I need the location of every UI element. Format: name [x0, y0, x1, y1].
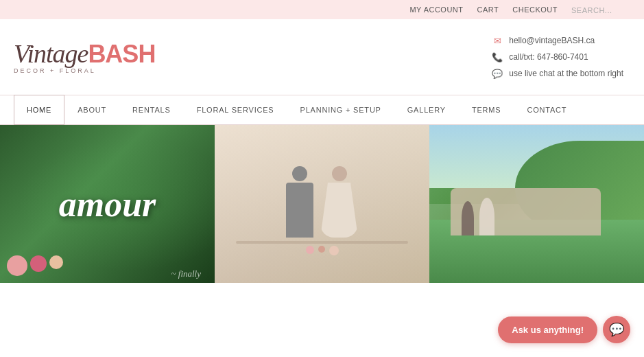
- chat-icon: 💬: [491, 67, 503, 80]
- nav-contact[interactable]: CONTACT: [514, 95, 580, 125]
- contact-phone-row: 📞 call/txt: 647-860-7401: [491, 51, 588, 63]
- cart-link[interactable]: CART: [477, 5, 499, 14]
- logo: VintageBASH DECOR + FLORAL: [14, 41, 155, 74]
- nav-rentals[interactable]: RENTALS: [119, 95, 184, 125]
- nav-terms[interactable]: TERMS: [459, 95, 514, 125]
- logo-wordmark: VintageBASH: [14, 41, 155, 67]
- gallery-image-2: [215, 125, 429, 283]
- phone-icon: 📞: [491, 51, 503, 63]
- nav-floral-services[interactable]: FLORAL SERVICES: [184, 95, 287, 125]
- gallery-image-3: [429, 125, 644, 283]
- gallery-image-1: amour ~ finally: [0, 125, 215, 283]
- header: VintageBASH DECOR + FLORAL ✉ hello@vinta…: [0, 19, 644, 95]
- contact-chat: use live chat at the bottom right: [509, 69, 623, 78]
- email-icon: ✉: [491, 34, 503, 47]
- contact-phone: call/txt: 647-860-7401: [509, 52, 588, 62]
- nav-home[interactable]: HOME: [14, 95, 64, 125]
- my-account-link[interactable]: MY ACCOUNT: [409, 5, 463, 14]
- checkout-link[interactable]: CHECKOUT: [512, 5, 558, 14]
- gallery-item-3: [429, 125, 644, 283]
- gallery-item-1: amour ~ finally: [0, 125, 215, 283]
- contact-info: ✉ hello@vintageBASH.ca 📞 call/txt: 647-8…: [491, 34, 623, 80]
- gallery-item-2: [215, 125, 429, 283]
- contact-chat-row: 💬 use live chat at the bottom right: [491, 67, 623, 80]
- logo-tagline: DECOR + FLORAL: [14, 68, 96, 74]
- nav-about[interactable]: ABOUT: [64, 95, 119, 125]
- top-bar: MY ACCOUNT CART CHECKOUT: [0, 0, 644, 19]
- contact-email: hello@vintageBASH.ca: [509, 36, 595, 45]
- gallery-strip: amour ~ finally: [0, 125, 644, 283]
- contact-email-row: ✉ hello@vintageBASH.ca: [491, 34, 595, 47]
- logo-vintage: Vintage: [14, 39, 88, 68]
- nav-gallery[interactable]: GALLERY: [394, 95, 459, 125]
- logo-bash: BASH: [88, 40, 155, 68]
- search-form: [571, 3, 633, 16]
- nav-planning-setup[interactable]: PLANNING + SETUP: [287, 95, 394, 125]
- search-input[interactable]: [571, 6, 633, 14]
- main-nav: HOME ABOUT RENTALS FLORAL SERVICES PLANN…: [0, 95, 644, 125]
- amour-text: amour: [59, 184, 156, 224]
